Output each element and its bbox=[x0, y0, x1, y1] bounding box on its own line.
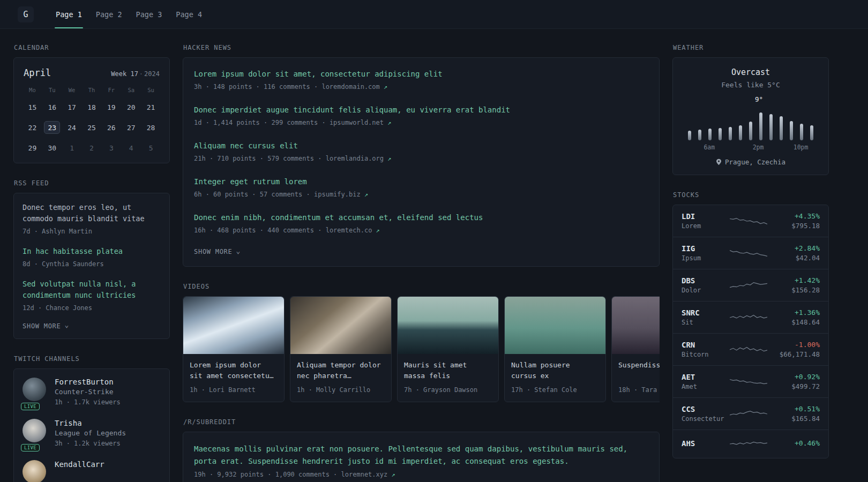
calendar-day: 23 bbox=[44, 121, 60, 134]
hn-show-more-button[interactable]: SHOW MORE⌄ bbox=[194, 248, 648, 255]
stocks-widget: LDI Lorem +4.35% $795.18 IIG Ipsum +2.84… bbox=[672, 205, 829, 458]
hn-item-title[interactable]: Integer eget rutrum lorem bbox=[194, 176, 648, 187]
hn-item: Donec enim nibh, condimentum et accumsan… bbox=[194, 212, 648, 235]
hacker-news-widget: Lorem ipsum dolor sit amet, consectetur … bbox=[183, 57, 660, 267]
hn-item-title[interactable]: Aliquam nec cursus elit bbox=[194, 140, 648, 152]
stock-price: $499.72 bbox=[769, 382, 820, 390]
stock-row[interactable]: DBS Dolor +1.42% $156.28 bbox=[673, 269, 828, 301]
stock-sparkline bbox=[730, 278, 767, 292]
hn-item-domain-link[interactable]: ipsumify.biz ↗ bbox=[314, 191, 368, 198]
hn-item-stats: 1d · 1,414 points · 299 comments · bbox=[194, 119, 326, 126]
tab-page-4[interactable]: Page 4 bbox=[169, 0, 209, 28]
calendar-day: 2 bbox=[84, 141, 100, 154]
hn-item-domain-link[interactable]: loremlandia.org ↗ bbox=[326, 155, 392, 162]
hn-item-title[interactable]: Donec enim nibh, condimentum et accumsan… bbox=[194, 212, 648, 223]
calendar-day: 29 bbox=[24, 141, 40, 154]
stock-price: $156.28 bbox=[769, 286, 820, 294]
video-title[interactable]: Suspendisse diam bbox=[612, 354, 660, 382]
stock-symbol: IIG bbox=[682, 244, 728, 253]
calendar-grid: MoTuWeThFrSaSu15161718192021222324252627… bbox=[23, 87, 161, 154]
stock-symbol: AET bbox=[682, 373, 728, 381]
hn-item-meta: 3h · 148 points · 116 comments · loremdo… bbox=[194, 82, 648, 92]
video-title[interactable]: Mauris sit amet massa felis bbox=[398, 354, 498, 382]
hn-item-meta: 1d · 1,414 points · 299 comments · ipsum… bbox=[194, 118, 648, 127]
rss-item-title[interactable]: Sed volutpat nulla nisl, a condimentum n… bbox=[23, 278, 161, 301]
calendar-widget: April Week 17·2024 MoTuWeThFrSaSu1516171… bbox=[13, 57, 170, 163]
stock-sparkline bbox=[730, 343, 767, 357]
avatar bbox=[23, 460, 47, 482]
twitch-channel-meta: 3h · 1.2k viewers bbox=[55, 439, 126, 448]
stock-symbol: CRN bbox=[682, 341, 728, 349]
hn-item-domain-link[interactable]: loremtech.co ↗ bbox=[326, 227, 380, 234]
stock-row[interactable]: LDI Lorem +4.35% $795.18 bbox=[673, 205, 828, 237]
stock-row[interactable]: IIG Ipsum +2.84% $42.04 bbox=[673, 237, 828, 269]
stock-row[interactable]: AET Amet +0.92% $499.72 bbox=[673, 365, 828, 397]
stock-row[interactable]: CRN Bitcorn -1.00% $66,171.48 bbox=[673, 333, 828, 365]
calendar-day: 21 bbox=[143, 101, 159, 114]
left-column: CALENDAR April Week 17·2024 MoTuWeThFrSa… bbox=[13, 44, 170, 482]
video-thumbnail[interactable] bbox=[505, 297, 605, 354]
stock-row[interactable]: AHS +0.46% bbox=[673, 430, 828, 458]
twitch-channel-category[interactable]: League of Legends bbox=[55, 429, 126, 437]
hn-item-meta: 16h · 468 points · 440 comments · loremt… bbox=[194, 225, 648, 235]
twitch-channel-name[interactable]: KendallCarr bbox=[55, 460, 104, 469]
weather-time-axis: 6am 2pm 10pm bbox=[688, 144, 813, 151]
weather-location: Prague, Czechia bbox=[682, 158, 820, 166]
subreddit-post-list: Maecenas mollis pulvinar erat non posuer… bbox=[194, 443, 648, 479]
stock-change: +0.92% bbox=[769, 373, 820, 381]
rss-widget: Donec tempor eros leo, ut commodo mauris… bbox=[13, 193, 170, 339]
subreddit-widget: Maecenas mollis pulvinar erat non posuer… bbox=[183, 432, 660, 482]
tab-page-2[interactable]: Page 2 bbox=[89, 0, 129, 28]
calendar-day-header: We bbox=[69, 87, 76, 93]
channel-avatar bbox=[23, 419, 46, 442]
weather-hour-bar bbox=[769, 114, 773, 140]
hn-item-domain-link[interactable]: ipsumworld.net ↗ bbox=[330, 119, 392, 126]
weather-feels-like: Feels like 5°C bbox=[682, 81, 820, 89]
twitch-channel-name[interactable]: ForrestBurton bbox=[55, 378, 121, 386]
video-title[interactable]: Nullam posuere cursus ex bbox=[505, 354, 605, 382]
twitch-channel-name[interactable]: Trisha bbox=[55, 419, 126, 427]
stock-change: +4.35% bbox=[769, 212, 820, 220]
hn-item-title[interactable]: Donec imperdiet augue tincidunt felis al… bbox=[194, 104, 648, 116]
weather-hour-bar bbox=[800, 124, 803, 140]
rss-item-title[interactable]: In hac habitasse platea bbox=[23, 246, 161, 257]
tab-page-1[interactable]: Page 1 bbox=[49, 0, 89, 28]
calendar-day: 3 bbox=[103, 141, 119, 154]
tab-page-3[interactable]: Page 3 bbox=[129, 0, 169, 28]
hacker-news-section: HACKER NEWS Lorem ipsum dolor sit amet, … bbox=[183, 44, 660, 267]
calendar-day: 16 bbox=[44, 101, 60, 114]
video-title[interactable]: Lorem ipsum dolor sit amet consectetu… bbox=[183, 354, 284, 382]
stock-price: $42.04 bbox=[769, 254, 820, 262]
video-thumbnail[interactable] bbox=[183, 297, 284, 354]
hn-item-domain-link[interactable]: loremdomain.com ↗ bbox=[321, 83, 387, 91]
hn-item-title[interactable]: Lorem ipsum dolor sit amet, consectetur … bbox=[194, 69, 648, 80]
video-thumbnail[interactable] bbox=[612, 297, 660, 354]
rss-item: Sed volutpat nulla nisl, a condimentum n… bbox=[23, 278, 161, 313]
calendar-day: 5 bbox=[143, 141, 159, 154]
stock-name: Lorem bbox=[682, 222, 728, 230]
video-thumbnail[interactable] bbox=[290, 297, 391, 354]
hn-item-meta: 6h · 60 points · 57 comments · ipsumify.… bbox=[194, 190, 648, 199]
weather-hour-bar bbox=[780, 116, 783, 140]
external-link-icon: ↗ bbox=[387, 155, 391, 162]
rss-item-meta: 8d · Cynthia Saunders bbox=[23, 259, 161, 269]
weather-condition: Overcast bbox=[682, 67, 820, 77]
page-tabs: Page 1 Page 2 Page 3 Page 4 bbox=[49, 0, 209, 28]
stock-symbol: CCS bbox=[682, 405, 728, 413]
rss-list: Donec tempor eros leo, ut commodo mauris… bbox=[23, 202, 161, 313]
subreddit-post-title[interactable]: Maecenas mollis pulvinar erat non posuer… bbox=[194, 443, 648, 468]
calendar-day: 24 bbox=[64, 121, 80, 134]
video-thumbnail[interactable] bbox=[398, 297, 498, 354]
stock-row[interactable]: CCS Consectetur +0.51% $165.84 bbox=[673, 397, 828, 430]
stock-sparkline bbox=[730, 437, 767, 451]
twitch-channel-category[interactable]: Counter-Strike bbox=[55, 388, 121, 396]
rss-show-more-button[interactable]: SHOW MORE⌄ bbox=[23, 322, 161, 330]
weather-hourly-chart: 9° 6am 2pm 10pm bbox=[682, 95, 820, 151]
video-title[interactable]: Aliquam tempor dolor nec pharetra… bbox=[290, 354, 391, 382]
stock-symbol: AHS bbox=[682, 439, 728, 448]
subreddit-post-domain-link[interactable]: loremnet.xyz ↗ bbox=[341, 471, 395, 478]
stock-row[interactable]: SNRC Sit +1.36% $148.64 bbox=[673, 301, 828, 333]
stock-sparkline bbox=[730, 375, 767, 389]
rss-item-title[interactable]: Donec tempor eros leo, ut commodo mauris… bbox=[23, 202, 161, 224]
stock-sparkline bbox=[730, 214, 767, 228]
